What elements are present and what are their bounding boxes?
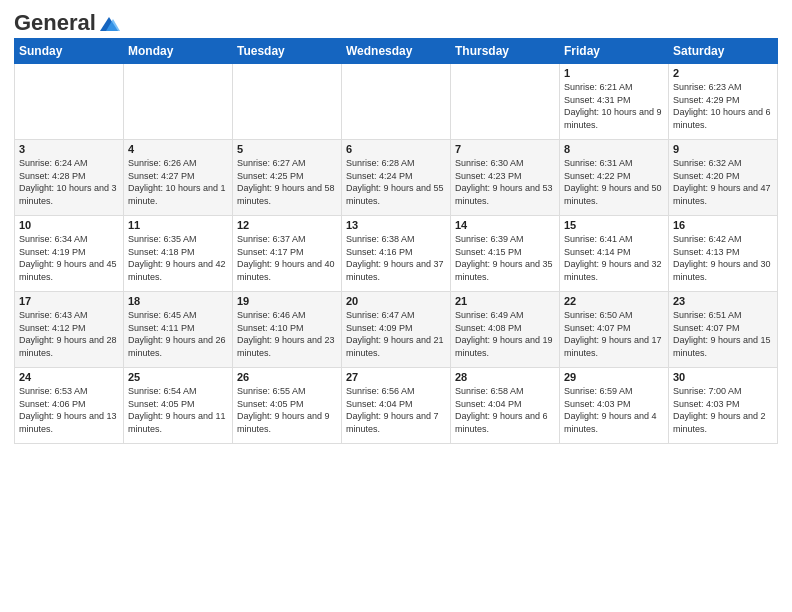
calendar-cell: 17Sunrise: 6:43 AM Sunset: 4:12 PM Dayli…	[15, 292, 124, 368]
day-number: 24	[19, 371, 119, 383]
logo-general: General	[14, 10, 96, 36]
calendar-cell: 23Sunrise: 6:51 AM Sunset: 4:07 PM Dayli…	[669, 292, 778, 368]
day-number: 14	[455, 219, 555, 231]
calendar-cell: 16Sunrise: 6:42 AM Sunset: 4:13 PM Dayli…	[669, 216, 778, 292]
calendar-cell	[342, 64, 451, 140]
day-info: Sunrise: 6:32 AM Sunset: 4:20 PM Dayligh…	[673, 157, 773, 207]
calendar-cell: 30Sunrise: 7:00 AM Sunset: 4:03 PM Dayli…	[669, 368, 778, 444]
day-info: Sunrise: 6:34 AM Sunset: 4:19 PM Dayligh…	[19, 233, 119, 283]
day-number: 21	[455, 295, 555, 307]
day-number: 15	[564, 219, 664, 231]
calendar-cell: 18Sunrise: 6:45 AM Sunset: 4:11 PM Dayli…	[124, 292, 233, 368]
weekday-header-wednesday: Wednesday	[342, 39, 451, 64]
day-number: 8	[564, 143, 664, 155]
calendar-cell	[124, 64, 233, 140]
day-info: Sunrise: 6:43 AM Sunset: 4:12 PM Dayligh…	[19, 309, 119, 359]
calendar-table: SundayMondayTuesdayWednesdayThursdayFrid…	[14, 38, 778, 444]
calendar-cell: 12Sunrise: 6:37 AM Sunset: 4:17 PM Dayli…	[233, 216, 342, 292]
calendar-cell: 29Sunrise: 6:59 AM Sunset: 4:03 PM Dayli…	[560, 368, 669, 444]
day-number: 10	[19, 219, 119, 231]
weekday-header-tuesday: Tuesday	[233, 39, 342, 64]
calendar-cell: 10Sunrise: 6:34 AM Sunset: 4:19 PM Dayli…	[15, 216, 124, 292]
weekday-header-sunday: Sunday	[15, 39, 124, 64]
day-info: Sunrise: 6:37 AM Sunset: 4:17 PM Dayligh…	[237, 233, 337, 283]
calendar-cell: 24Sunrise: 6:53 AM Sunset: 4:06 PM Dayli…	[15, 368, 124, 444]
week-row-1: 1Sunrise: 6:21 AM Sunset: 4:31 PM Daylig…	[15, 64, 778, 140]
week-row-5: 24Sunrise: 6:53 AM Sunset: 4:06 PM Dayli…	[15, 368, 778, 444]
day-number: 26	[237, 371, 337, 383]
day-number: 17	[19, 295, 119, 307]
day-info: Sunrise: 6:49 AM Sunset: 4:08 PM Dayligh…	[455, 309, 555, 359]
day-number: 29	[564, 371, 664, 383]
calendar-cell	[451, 64, 560, 140]
day-info: Sunrise: 6:59 AM Sunset: 4:03 PM Dayligh…	[564, 385, 664, 435]
calendar-cell: 13Sunrise: 6:38 AM Sunset: 4:16 PM Dayli…	[342, 216, 451, 292]
calendar-cell: 26Sunrise: 6:55 AM Sunset: 4:05 PM Dayli…	[233, 368, 342, 444]
weekday-header-row: SundayMondayTuesdayWednesdayThursdayFrid…	[15, 39, 778, 64]
day-info: Sunrise: 6:47 AM Sunset: 4:09 PM Dayligh…	[346, 309, 446, 359]
day-number: 13	[346, 219, 446, 231]
day-number: 18	[128, 295, 228, 307]
weekday-header-saturday: Saturday	[669, 39, 778, 64]
calendar-cell: 8Sunrise: 6:31 AM Sunset: 4:22 PM Daylig…	[560, 140, 669, 216]
calendar-cell: 19Sunrise: 6:46 AM Sunset: 4:10 PM Dayli…	[233, 292, 342, 368]
weekday-header-thursday: Thursday	[451, 39, 560, 64]
day-info: Sunrise: 6:45 AM Sunset: 4:11 PM Dayligh…	[128, 309, 228, 359]
day-number: 30	[673, 371, 773, 383]
day-info: Sunrise: 6:31 AM Sunset: 4:22 PM Dayligh…	[564, 157, 664, 207]
calendar-cell: 20Sunrise: 6:47 AM Sunset: 4:09 PM Dayli…	[342, 292, 451, 368]
day-number: 5	[237, 143, 337, 155]
calendar-cell	[233, 64, 342, 140]
day-number: 9	[673, 143, 773, 155]
day-number: 25	[128, 371, 228, 383]
day-info: Sunrise: 7:00 AM Sunset: 4:03 PM Dayligh…	[673, 385, 773, 435]
calendar-cell: 21Sunrise: 6:49 AM Sunset: 4:08 PM Dayli…	[451, 292, 560, 368]
day-info: Sunrise: 6:46 AM Sunset: 4:10 PM Dayligh…	[237, 309, 337, 359]
day-info: Sunrise: 6:42 AM Sunset: 4:13 PM Dayligh…	[673, 233, 773, 283]
calendar-cell: 25Sunrise: 6:54 AM Sunset: 4:05 PM Dayli…	[124, 368, 233, 444]
day-number: 3	[19, 143, 119, 155]
day-info: Sunrise: 6:54 AM Sunset: 4:05 PM Dayligh…	[128, 385, 228, 435]
calendar-cell: 9Sunrise: 6:32 AM Sunset: 4:20 PM Daylig…	[669, 140, 778, 216]
weekday-header-monday: Monday	[124, 39, 233, 64]
day-number: 19	[237, 295, 337, 307]
calendar-cell: 11Sunrise: 6:35 AM Sunset: 4:18 PM Dayli…	[124, 216, 233, 292]
calendar-cell: 3Sunrise: 6:24 AM Sunset: 4:28 PM Daylig…	[15, 140, 124, 216]
day-info: Sunrise: 6:39 AM Sunset: 4:15 PM Dayligh…	[455, 233, 555, 283]
header: General	[14, 10, 778, 32]
day-info: Sunrise: 6:53 AM Sunset: 4:06 PM Dayligh…	[19, 385, 119, 435]
day-number: 11	[128, 219, 228, 231]
calendar-cell: 28Sunrise: 6:58 AM Sunset: 4:04 PM Dayli…	[451, 368, 560, 444]
day-info: Sunrise: 6:24 AM Sunset: 4:28 PM Dayligh…	[19, 157, 119, 207]
weekday-header-friday: Friday	[560, 39, 669, 64]
day-info: Sunrise: 6:50 AM Sunset: 4:07 PM Dayligh…	[564, 309, 664, 359]
day-info: Sunrise: 6:27 AM Sunset: 4:25 PM Dayligh…	[237, 157, 337, 207]
day-info: Sunrise: 6:58 AM Sunset: 4:04 PM Dayligh…	[455, 385, 555, 435]
day-number: 7	[455, 143, 555, 155]
calendar-cell: 1Sunrise: 6:21 AM Sunset: 4:31 PM Daylig…	[560, 64, 669, 140]
day-info: Sunrise: 6:30 AM Sunset: 4:23 PM Dayligh…	[455, 157, 555, 207]
logo: General	[14, 10, 120, 32]
week-row-2: 3Sunrise: 6:24 AM Sunset: 4:28 PM Daylig…	[15, 140, 778, 216]
calendar-cell: 15Sunrise: 6:41 AM Sunset: 4:14 PM Dayli…	[560, 216, 669, 292]
day-number: 2	[673, 67, 773, 79]
day-info: Sunrise: 6:38 AM Sunset: 4:16 PM Dayligh…	[346, 233, 446, 283]
day-number: 16	[673, 219, 773, 231]
day-number: 12	[237, 219, 337, 231]
day-info: Sunrise: 6:56 AM Sunset: 4:04 PM Dayligh…	[346, 385, 446, 435]
day-info: Sunrise: 6:41 AM Sunset: 4:14 PM Dayligh…	[564, 233, 664, 283]
day-number: 28	[455, 371, 555, 383]
day-number: 27	[346, 371, 446, 383]
calendar-cell: 4Sunrise: 6:26 AM Sunset: 4:27 PM Daylig…	[124, 140, 233, 216]
day-number: 6	[346, 143, 446, 155]
day-info: Sunrise: 6:26 AM Sunset: 4:27 PM Dayligh…	[128, 157, 228, 207]
day-number: 23	[673, 295, 773, 307]
day-info: Sunrise: 6:21 AM Sunset: 4:31 PM Dayligh…	[564, 81, 664, 131]
calendar-cell: 6Sunrise: 6:28 AM Sunset: 4:24 PM Daylig…	[342, 140, 451, 216]
day-number: 22	[564, 295, 664, 307]
calendar-cell: 5Sunrise: 6:27 AM Sunset: 4:25 PM Daylig…	[233, 140, 342, 216]
page-container: General SundayMondayTuesdayWednesdayThur…	[0, 0, 792, 454]
logo-icon	[98, 15, 120, 33]
calendar-cell: 27Sunrise: 6:56 AM Sunset: 4:04 PM Dayli…	[342, 368, 451, 444]
week-row-3: 10Sunrise: 6:34 AM Sunset: 4:19 PM Dayli…	[15, 216, 778, 292]
